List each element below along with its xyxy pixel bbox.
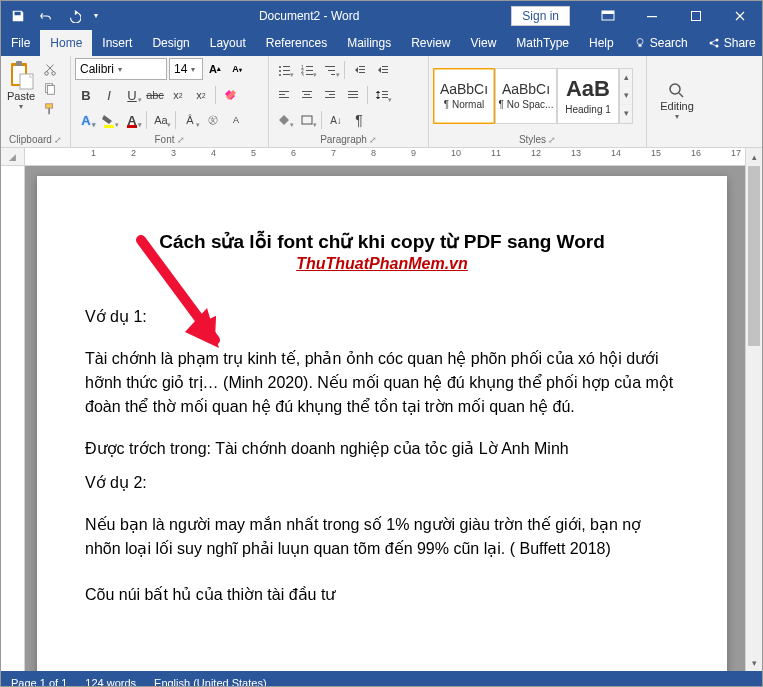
justify-button[interactable] — [342, 85, 364, 105]
ruler-corner[interactable]: ◢ — [1, 148, 25, 166]
tab-layout[interactable]: Layout — [200, 30, 256, 56]
status-lang[interactable]: English (United States) — [154, 677, 267, 688]
doc-paragraph: Tài chớnh là phạm trụ kinh tế, phản ỏnh … — [85, 347, 679, 419]
status-page[interactable]: Page 1 of 1 — [11, 677, 67, 688]
paste-button[interactable]: Paste ▾ — [5, 58, 37, 113]
save-button[interactable] — [5, 4, 31, 28]
tell-me[interactable]: Search — [624, 30, 698, 56]
title-bar: ▾ Document2 - Word Sign in — [1, 1, 762, 30]
phonetic-button[interactable]: A — [225, 110, 247, 130]
change-case-button[interactable]: Aa▾ — [150, 110, 172, 130]
format-painter-button[interactable] — [40, 100, 60, 118]
svg-rect-30 — [306, 74, 313, 75]
style-normal[interactable]: AaBbCı ¶ Normal — [433, 68, 495, 124]
svg-text:3: 3 — [301, 72, 304, 76]
share-button[interactable]: Share — [698, 30, 763, 56]
doc-paragraph: Cõu núi bất hủ của thiờn tài đầu tư — [85, 583, 679, 607]
doc-paragraph: Vớ dụ 1: — [85, 305, 679, 329]
editing-button[interactable]: Editing ▾ — [651, 58, 703, 144]
vertical-scrollbar[interactable]: ▾ — [745, 166, 762, 671]
horizontal-ruler[interactable]: 1234567891011121314151617 — [25, 148, 745, 166]
tab-mathtype[interactable]: MathType — [506, 30, 579, 56]
align-center-button[interactable] — [296, 85, 318, 105]
tab-file[interactable]: File — [1, 30, 40, 56]
document-viewport[interactable]: Cách sửa lỗi font chữ khi copy từ PDF sa… — [25, 166, 745, 671]
line-spacing-button[interactable]: ▾ — [371, 85, 393, 105]
underline-button[interactable]: U▾ — [121, 85, 143, 105]
styles-launcher[interactable]: ⤢ — [548, 135, 556, 145]
styles-group-label: Styles — [519, 134, 546, 145]
styles-up[interactable]: ▴ — [620, 69, 632, 87]
tab-references[interactable]: References — [256, 30, 337, 56]
styles-more[interactable]: ▾ — [620, 105, 632, 123]
font-size-value: 14 — [174, 62, 187, 76]
svg-rect-31 — [325, 66, 335, 67]
text-effects-button[interactable]: A▾ — [75, 110, 97, 130]
page[interactable]: Cách sửa lỗi font chữ khi copy từ PDF sa… — [37, 176, 727, 671]
style-no-spacing[interactable]: AaBbCı ¶ No Spac... — [495, 68, 557, 124]
tab-help[interactable]: Help — [579, 30, 624, 56]
highlight-button[interactable]: ▾ — [98, 110, 120, 130]
shrink-font-button[interactable]: A▾ — [227, 58, 247, 80]
paragraph-launcher[interactable]: ⤢ — [369, 135, 377, 145]
cut-button[interactable] — [40, 60, 60, 78]
bullets-button[interactable]: ▾ — [273, 60, 295, 80]
grow-font-button[interactable]: A▴ — [205, 58, 225, 80]
qat-customize[interactable]: ▾ — [89, 4, 103, 28]
tab-mailings[interactable]: Mailings — [337, 30, 401, 56]
scrollbar-thumb[interactable] — [748, 166, 760, 346]
ribbon-options-button[interactable] — [586, 2, 630, 30]
borders-button[interactable]: ▾ — [296, 110, 318, 130]
style-heading1[interactable]: AaB Heading 1 — [557, 68, 619, 124]
font-color-button[interactable]: A▾ — [121, 110, 143, 130]
sort-button[interactable]: A↓ — [325, 110, 347, 130]
svg-rect-35 — [359, 69, 365, 70]
align-right-button[interactable] — [319, 85, 341, 105]
scroll-down-button[interactable]: ▾ — [746, 654, 762, 671]
tab-review[interactable]: Review — [401, 30, 460, 56]
sign-in-button[interactable]: Sign in — [511, 6, 570, 26]
font-launcher[interactable]: ⤢ — [177, 135, 185, 145]
svg-rect-3 — [692, 11, 701, 20]
multilevel-button[interactable]: ▾ — [319, 60, 341, 80]
strikethrough-button[interactable]: abc — [144, 85, 166, 105]
doc-paragraph: Nếu bạn là người may mắn nhất trong số 1… — [85, 513, 679, 561]
redo-button[interactable] — [61, 4, 87, 28]
tab-design[interactable]: Design — [142, 30, 199, 56]
undo-button[interactable] — [33, 4, 59, 28]
styles-scroll: ▴ ▾ ▾ — [619, 68, 633, 124]
tab-view[interactable]: View — [461, 30, 507, 56]
styles-down[interactable]: ▾ — [620, 87, 632, 105]
superscript-button[interactable]: x2 — [190, 85, 212, 105]
tab-insert[interactable]: Insert — [92, 30, 142, 56]
svg-rect-52 — [382, 91, 388, 92]
ribbon: Paste ▾ Clipboard⤢ Calibri▾ 14▾ A▴ A▾ B … — [1, 56, 762, 148]
character-scale-button[interactable]: Â▾ — [179, 110, 201, 130]
tab-home[interactable]: Home — [40, 30, 92, 56]
copy-button[interactable] — [40, 80, 60, 98]
numbering-button[interactable]: 123▾ — [296, 60, 318, 80]
doc-paragraph: Được trớch trong: Tài chớnh doanh nghiệp… — [85, 437, 679, 461]
font-name-combo[interactable]: Calibri▾ — [75, 58, 167, 80]
minimize-button[interactable] — [630, 2, 674, 30]
show-marks-button[interactable]: ¶ — [348, 110, 370, 130]
shading-button[interactable]: ▾ — [273, 110, 295, 130]
clear-formatting-button[interactable] — [219, 85, 241, 105]
align-left-button[interactable] — [273, 85, 295, 105]
maximize-button[interactable] — [674, 2, 718, 30]
bold-button[interactable]: B — [75, 85, 97, 105]
close-button[interactable] — [718, 2, 762, 30]
scroll-up-button[interactable]: ▴ — [745, 148, 762, 166]
font-size-combo[interactable]: 14▾ — [169, 58, 203, 80]
decrease-indent-button[interactable] — [348, 60, 370, 80]
find-icon — [668, 82, 686, 100]
italic-button[interactable]: I — [98, 85, 120, 105]
vertical-ruler[interactable] — [1, 166, 25, 671]
enclose-button[interactable]: ㊛ — [202, 110, 224, 130]
svg-rect-40 — [279, 91, 289, 92]
status-words[interactable]: 124 words — [85, 677, 136, 688]
clipboard-launcher[interactable]: ⤢ — [54, 135, 62, 145]
increase-indent-button[interactable] — [371, 60, 393, 80]
subscript-button[interactable]: x2 — [167, 85, 189, 105]
svg-rect-33 — [331, 74, 335, 75]
